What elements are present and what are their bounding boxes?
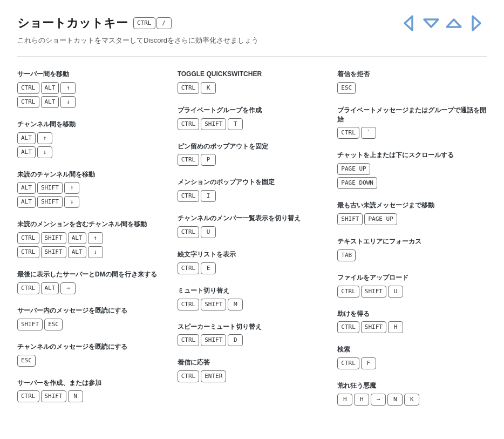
shortcut-group-2-7: 検索CTRLF	[337, 345, 487, 369]
group-label-2-8: 荒れ狂う悪魔	[337, 381, 487, 390]
shortcut-group-2-4: テキストエリアにフォーカスTAB	[337, 237, 487, 261]
group-label-2-2: チャットを上または下にスクロールする	[337, 151, 487, 160]
shortcut-group-1-7: スピーカーミュート切り替えCTRLSHIFTD	[178, 322, 327, 347]
shortcut-group-2-3: 最も古い未読メッセージまで移動SHIFTPAGE UP	[337, 201, 487, 225]
shortcuts-grid: サーバー間を移動CTRLALT↑CTRLALT↓チャンネル間を移動ALT↑ALT…	[17, 70, 487, 417]
shortcut-group-1-3: メンションのポップアウトを固定CTRLI	[178, 178, 327, 202]
group-label-1-4: チャンネルのメンバー一覧表示を切り替え	[178, 214, 327, 223]
shortcut-group-0-0: サーバー間を移動CTRLALT↑CTRLALT↓	[17, 70, 167, 108]
kbd-key-1-7-0-0: CTRL	[178, 334, 200, 346]
kbd-key-0-5-0-1: ESC	[44, 319, 63, 330]
kbd-key-1-2-0-1: P	[201, 154, 216, 166]
key-row-2-2-0: PAGE UP	[337, 163, 487, 175]
key-row-0-5-0: SHIFTESC	[17, 319, 167, 330]
group-label-0-1: チャンネル間を移動	[17, 120, 167, 129]
kbd-key-0-3-1-1: SHIFT	[41, 246, 66, 258]
key-row-0-7-0: CTRLSHIFTN	[17, 390, 167, 402]
kbd-key-1-6-0-0: CTRL	[178, 299, 200, 310]
page-title: ショートカットキー	[17, 15, 128, 31]
kbd-key-1-3-0-1: I	[201, 190, 216, 202]
key-row-2-5-0: CTRLSHIFTU	[337, 286, 487, 298]
key-row-1-8-0: CTRLENTER	[178, 370, 327, 382]
key-row-0-4-0: CTRLALT→	[17, 282, 167, 294]
kbd-key-0-1-1-1: ↓	[37, 146, 52, 158]
group-label-2-3: 最も古い未読メッセージまで移動	[337, 201, 487, 210]
kbd-key-1-1-0-0: CTRL	[178, 118, 200, 130]
shortcut-group-1-1: プライベートグループを作成CTRLSHIFTT	[178, 106, 327, 130]
kbd-key-2-7-0-1: F	[361, 357, 376, 369]
kbd-key-2-8-0-4: K	[404, 394, 419, 406]
group-label-0-4: 最後に表示したサーバーとDMの間を行き来する	[17, 270, 167, 279]
kbd-key-0-1-0-1: ↑	[37, 132, 52, 144]
shortcut-group-0-2: 未読のチャンネル間を移動ALTSHIFT↑ALTSHIFT↓	[17, 170, 167, 208]
kbd-key-2-2-1-0: PAGE DOWN	[337, 177, 377, 189]
group-label-1-8: 着信に応答	[178, 358, 327, 367]
ctrl-badge: CTRL	[133, 17, 155, 29]
svg-marker-3	[473, 16, 480, 30]
kbd-key-0-3-0-0: CTRL	[17, 232, 39, 244]
kbd-key-2-5-0-0: CTRL	[337, 286, 359, 298]
kbd-key-0-7-0-0: CTRL	[17, 390, 39, 402]
key-row-2-0-0: ESC	[337, 82, 487, 94]
kbd-key-0-4-0-2: →	[60, 282, 76, 294]
kbd-key-0-0-0-0: CTRL	[17, 82, 39, 94]
group-label-1-2: ピン留めのポップアウトを固定	[178, 142, 327, 151]
group-label-2-7: 検索	[337, 345, 487, 354]
kbd-key-2-8-0-1: H	[354, 394, 369, 406]
kbd-key-1-8-0-0: CTRL	[178, 370, 200, 382]
kbd-key-0-2-0-2: ↑	[64, 182, 79, 194]
shortcut-group-0-5: サーバー内のメッセージを既読にするSHIFTESC	[17, 306, 167, 330]
group-label-1-3: メンションのポップアウトを固定	[178, 178, 327, 187]
title-badge: CTRL /	[133, 17, 172, 29]
kbd-key-0-1-1-0: ALT	[17, 146, 36, 158]
svg-marker-0	[405, 16, 412, 30]
kbd-key-2-5-0-2: U	[388, 286, 403, 298]
kbd-key-0-7-0-1: SHIFT	[41, 390, 66, 402]
shortcut-group-0-3: 未読のメンションを含むチャンネル間を移動CTRLSHIFTALT↑CTRLSHI…	[17, 220, 167, 258]
shortcut-group-2-8: 荒れ狂う悪魔HH→NK	[337, 381, 487, 406]
kbd-key-0-3-1-3: ↓	[88, 246, 103, 258]
kbd-key-0-5-0-0: SHIFT	[17, 319, 43, 330]
kbd-key-0-3-1-2: ALT	[68, 246, 86, 258]
kbd-key-2-6-0-2: H	[388, 321, 403, 333]
group-label-2-1: プライベートメッセージまたはグループで通話を開始	[337, 106, 487, 124]
key-row-1-2-0: CTRLP	[178, 154, 327, 166]
kbd-key-2-2-0-0: PAGE UP	[337, 163, 370, 175]
key-row-2-6-0: CTRLSHIFTH	[337, 321, 487, 333]
arrow-left-icon	[398, 13, 419, 33]
kbd-key-0-3-0-1: SHIFT	[41, 232, 66, 244]
shortcut-group-1-4: チャンネルのメンバー一覧表示を切り替えCTRLU	[178, 214, 327, 238]
svg-marker-2	[447, 19, 461, 27]
kbd-key-2-1-0-1: `	[361, 127, 376, 139]
key-row-2-4-0: TAB	[337, 249, 487, 261]
kbd-key-1-0-0-1: K	[201, 82, 216, 94]
group-label-1-7: スピーカーミュート切り替え	[178, 322, 327, 332]
group-label-0-0: サーバー間を移動	[17, 70, 167, 79]
arrow-icon-group	[398, 13, 487, 33]
group-label-1-1: プライベートグループを作成	[178, 106, 327, 115]
kbd-key-2-8-0-2: →	[371, 394, 386, 406]
key-row-0-0-0: CTRLALT↑	[17, 82, 167, 94]
kbd-key-0-2-1-1: SHIFT	[37, 196, 63, 208]
shortcut-group-0-6: チャンネルのメッセージを既読にするESC	[17, 342, 167, 367]
key-row-2-8-0: HH→NK	[337, 394, 487, 406]
arrow-down-icon	[421, 13, 441, 33]
kbd-key-1-3-0-0: CTRL	[178, 190, 200, 202]
shortcut-group-1-5: 絵文字リストを表示CTRLE	[178, 250, 327, 274]
kbd-key-0-2-0-0: ALT	[17, 182, 36, 194]
arrow-up-icon	[444, 13, 464, 33]
svg-marker-1	[424, 19, 438, 27]
slash-badge: /	[156, 17, 172, 29]
group-label-2-6: 助けを得る	[337, 309, 487, 319]
group-label-0-5: サーバー内のメッセージを既読にする	[17, 306, 167, 315]
kbd-key-0-0-1-2: ↓	[60, 96, 76, 108]
kbd-key-0-1-0-0: ALT	[17, 132, 36, 144]
header-divider	[17, 56, 487, 57]
key-row-1-6-0: CTRLSHIFTM	[178, 299, 327, 310]
kbd-key-0-4-0-1: ALT	[41, 282, 59, 294]
key-row-0-3-1: CTRLSHIFTALT↓	[17, 246, 167, 258]
kbd-key-0-0-1-0: CTRL	[17, 96, 39, 108]
kbd-key-0-7-0-2: N	[68, 390, 83, 402]
key-row-1-7-0: CTRLSHIFTD	[178, 334, 327, 346]
shortcut-group-2-1: プライベートメッセージまたはグループで通話を開始CTRL`	[337, 106, 487, 139]
